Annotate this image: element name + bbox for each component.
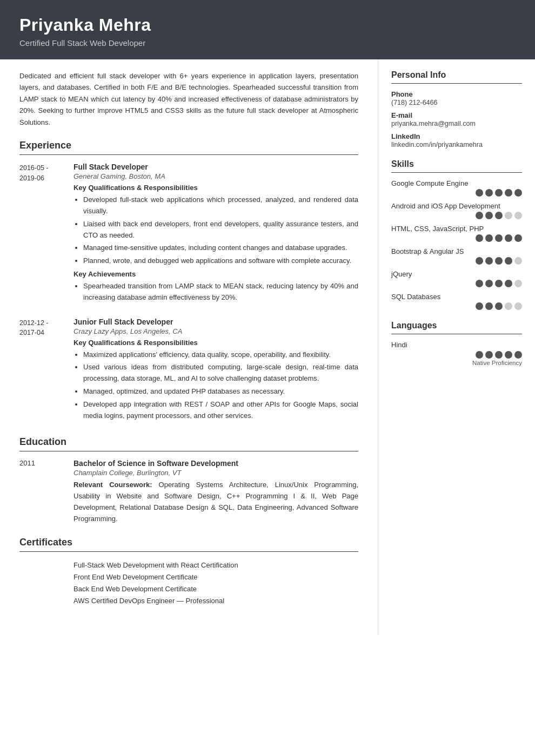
personal-info-section: Personal Info Phone (718) 212-6466 E-mai…	[391, 70, 522, 148]
exp-dates-2: 2012-12 - 2017-04	[19, 318, 73, 425]
main-layout: Dedicated and efficient full stack devel…	[0, 59, 535, 635]
skill-name-5: SQL Databases	[391, 293, 522, 301]
exp-achievements-1: Spearheaded transition from LAMP stack t…	[73, 281, 358, 303]
job-title-1: Full Stack Developer	[73, 163, 358, 171]
skill-dot-0-4	[514, 189, 522, 197]
skill-dot-4-0	[476, 280, 483, 287]
key-qual-label-2: Key Qualifications & Responsibilities	[73, 339, 358, 347]
certificates-section: Certificates Full-Stack Web Development …	[19, 537, 358, 607]
bullet-1-1: Developed full-stack web applications wh…	[83, 194, 358, 217]
skill-dot-1-0	[476, 212, 483, 219]
bullet-2-3: Managed, optimized, and updated PHP data…	[83, 386, 358, 397]
phone-item: Phone (718) 212-6466	[391, 90, 522, 106]
skill-dot-3-0	[476, 257, 483, 265]
skill-dot-3-2	[495, 257, 503, 265]
experience-entry-1: 2016-05 - 2019-06 Full Stack Developer G…	[19, 163, 358, 306]
skills-title: Skills	[391, 159, 522, 169]
skill-dot-5-3	[505, 302, 512, 310]
company-1: General Gaming, Boston, MA	[73, 172, 358, 180]
coursework-1: Relevant Coursework: Operating Systems A…	[73, 480, 358, 524]
languages-container: HindiNative Proficiency	[391, 341, 522, 366]
exp-details-2: Junior Full Stack Developer Crazy Lazy A…	[73, 318, 358, 425]
bullet-2-1: Maximized applications' efficiency, data…	[83, 349, 358, 361]
education-divider	[19, 451, 358, 451]
skill-dot-2-2	[495, 234, 503, 242]
skill-dot-5-0	[476, 302, 483, 310]
languages-divider	[391, 334, 522, 334]
lang-name-0: Hindi	[391, 341, 522, 349]
skill-item-4: jQuery	[391, 270, 522, 287]
skill-dot-0-2	[495, 189, 503, 197]
skill-dot-1-1	[485, 212, 493, 219]
exp-dates-1: 2016-05 - 2019-06	[19, 163, 73, 306]
edu-year-1: 2011	[19, 459, 73, 524]
skill-dots-1	[391, 212, 522, 219]
education-section: Education 2011 Bachelor of Science in So…	[19, 436, 358, 524]
lang-dot-0-2	[495, 351, 503, 359]
summary-text: Dedicated and efficient full stack devel…	[19, 70, 358, 128]
skill-dot-3-4	[514, 257, 522, 265]
lang-item-0: HindiNative Proficiency	[391, 341, 522, 366]
skill-dot-0-3	[505, 189, 512, 197]
cert-entry-2: Front End Web Development Certificate	[19, 571, 358, 583]
experience-divider	[19, 154, 358, 155]
candidate-name: Priyanka Mehra	[19, 15, 516, 35]
skill-item-1: Android and iOS App Development	[391, 202, 522, 219]
job-title-2: Junior Full Stack Developer	[73, 318, 358, 326]
skill-dot-2-4	[514, 234, 522, 242]
personal-info-divider	[391, 83, 522, 84]
skill-dot-5-4	[514, 302, 522, 310]
phone-value: (718) 212-6466	[391, 99, 522, 106]
skills-divider	[391, 172, 522, 173]
coursework-label-1: Relevant Coursework:	[73, 481, 152, 489]
skill-dot-4-3	[505, 280, 512, 287]
skill-dots-4	[391, 280, 522, 287]
linkedin-item: LinkedIn linkedin.com/in/priyankamehra	[391, 132, 522, 148]
experience-title: Experience	[19, 140, 358, 151]
skill-name-4: jQuery	[391, 270, 522, 278]
resume-header: Priyanka Mehra Certified Full Stack Web …	[0, 0, 535, 59]
skill-name-3: Bootstrap & Angular JS	[391, 247, 522, 255]
bullet-2-2: Used various ideas from distributed comp…	[83, 362, 358, 384]
school-1: Champlain College, Burlington, VT	[73, 469, 358, 477]
certificates-title: Certificates	[19, 537, 358, 548]
cert-item-1: Full-Stack Web Development with React Ce…	[73, 559, 358, 571]
education-entry-1: 2011 Bachelor of Science in Software Dev…	[19, 459, 358, 524]
phone-label: Phone	[391, 90, 522, 98]
skill-dot-4-1	[485, 280, 493, 287]
left-column: Dedicated and efficient full stack devel…	[0, 59, 378, 635]
skill-dot-0-1	[485, 189, 493, 197]
right-column: Personal Info Phone (718) 212-6466 E-mai…	[378, 59, 535, 393]
skill-item-0: Google Compute Engine	[391, 179, 522, 197]
skill-dot-1-4	[514, 212, 522, 219]
exp-bullets-2: Maximized applications' efficiency, data…	[73, 349, 358, 422]
cert-item-3: Back End Web Development Certificate	[73, 583, 358, 595]
lang-dots-0	[391, 351, 522, 359]
candidate-subtitle: Certified Full Stack Web Developer	[19, 38, 516, 48]
skill-dot-2-0	[476, 234, 483, 242]
skill-dot-0-0	[476, 189, 483, 197]
bullet-2-4: Developed app integration with REST / SO…	[83, 399, 358, 422]
lang-dot-0-1	[485, 351, 493, 359]
cert-item-4: AWS Certified DevOps Engineer — Professi…	[73, 595, 358, 607]
exp-details-1: Full Stack Developer General Gaming, Bos…	[73, 163, 358, 306]
company-2: Crazy Lazy Apps, Los Angeles, CA	[73, 327, 358, 335]
skill-dot-2-1	[485, 234, 493, 242]
email-item: E-mail priyanka.mehra@gmail.com	[391, 111, 522, 127]
achievements-label-1: Key Achievements	[73, 270, 358, 278]
skill-dots-2	[391, 234, 522, 242]
degree-1: Bachelor of Science in Software Developm…	[73, 459, 358, 468]
skill-dot-2-3	[505, 234, 512, 242]
achievement-1-1: Spearheaded transition from LAMP stack t…	[83, 281, 358, 303]
skill-dot-5-1	[485, 302, 493, 310]
bullet-1-4: Planned, wrote, and debugged web applica…	[83, 255, 358, 267]
languages-section: Languages HindiNative Proficiency	[391, 321, 522, 366]
skill-name-0: Google Compute Engine	[391, 179, 522, 187]
skill-dot-4-2	[495, 280, 503, 287]
linkedin-label: LinkedIn	[391, 132, 522, 140]
cert-entry-3: Back End Web Development Certificate	[19, 583, 358, 595]
skill-dots-3	[391, 257, 522, 265]
skill-dot-3-1	[485, 257, 493, 265]
skills-container: Google Compute EngineAndroid and iOS App…	[391, 179, 522, 310]
skills-section: Skills Google Compute EngineAndroid and …	[391, 159, 522, 310]
